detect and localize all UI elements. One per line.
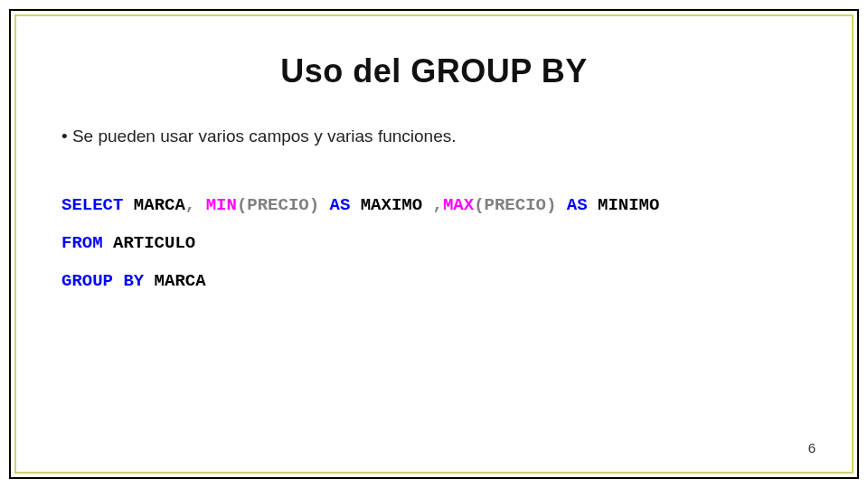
fn-min: MIN [206,195,237,215]
alias-minimo: MINIMO [588,195,660,215]
page-number: 6 [808,440,816,455]
col-group-marca: MARCA [144,271,205,291]
sql-line-1: SELECT MARCA, MIN(PRECIO) AS MAXIMO ,MAX… [61,187,807,225]
kw-from: FROM [61,233,103,253]
sql-line-2: FROM ARTICULO [61,225,807,263]
kw-group-by: GROUP BY [61,271,144,291]
comma-2: , [433,195,443,215]
bullet-text: Se pueden usar varios campos y varias fu… [61,127,807,146]
comma-1: , [185,195,195,215]
kw-as-2: AS [567,195,588,215]
arg-min: (PRECIO) [237,195,330,215]
arg-max: (PRECIO) [474,195,567,215]
tbl-articulo: ARTICULO [103,233,196,253]
slide-outer-border: Uso del GROUP BY Se pueden usar varios c… [9,9,859,479]
sql-code-block: SELECT MARCA, MIN(PRECIO) AS MAXIMO ,MAX… [61,187,807,300]
slide-inner-border: Uso del GROUP BY Se pueden usar varios c… [14,14,854,474]
sql-line-3: GROUP BY MARCA [61,263,807,301]
kw-select: SELECT [61,195,123,215]
kw-as-1: AS [330,195,351,215]
space-1 [195,195,205,215]
slide-title: Uso del GROUP BY [61,52,807,90]
fn-max: MAX [443,195,474,215]
alias-maximo: MAXIMO [350,195,432,215]
col-marca: MARCA [123,195,184,215]
